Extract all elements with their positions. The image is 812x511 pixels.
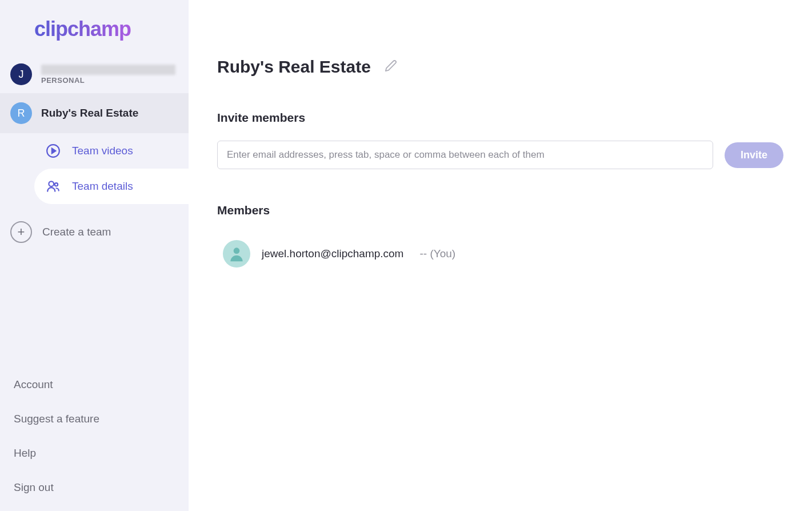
- sidebar-spacer: [0, 253, 189, 378]
- invite-email-input[interactable]: [217, 141, 713, 169]
- brand-logo[interactable]: clipchamp: [34, 17, 189, 41]
- footer-sign-out[interactable]: Sign out: [14, 481, 175, 494]
- play-icon: [46, 143, 61, 158]
- svg-marker-1: [52, 149, 56, 154]
- invite-heading: Invite members: [217, 111, 783, 125]
- svg-point-4: [234, 247, 240, 254]
- member-email: jewel.horton@clipchamp.com: [262, 247, 403, 260]
- svg-point-2: [49, 181, 54, 186]
- member-avatar: [223, 240, 250, 268]
- personal-account-text: PERSONAL: [41, 65, 175, 85]
- nav-team-videos-label: Team videos: [72, 145, 133, 157]
- page-title-row: Ruby's Real Estate: [217, 57, 783, 77]
- footer-suggest[interactable]: Suggest a feature: [14, 413, 175, 425]
- nav-team-details-label: Team details: [72, 180, 133, 193]
- nav-team-details[interactable]: Team details: [34, 169, 189, 204]
- workspace-name: Ruby's Real Estate: [41, 107, 138, 119]
- pencil-icon[interactable]: [385, 59, 397, 74]
- nav-team-videos[interactable]: Team videos: [0, 133, 189, 169]
- plus-icon: +: [10, 221, 32, 243]
- member-row: jewel.horton@clipchamp.com -- (You): [217, 233, 783, 274]
- footer-links: Account Suggest a feature Help Sign out: [0, 378, 189, 511]
- footer-help[interactable]: Help: [14, 447, 175, 460]
- people-icon: [46, 179, 61, 194]
- create-team-button[interactable]: + Create a team: [0, 204, 189, 253]
- workspace-avatar: R: [10, 102, 32, 124]
- personal-label: PERSONAL: [41, 76, 175, 85]
- footer-account[interactable]: Account: [14, 378, 175, 391]
- logo-area: clipchamp: [0, 11, 189, 55]
- invite-button[interactable]: Invite: [725, 142, 783, 168]
- member-you-label: -- (You): [419, 247, 455, 260]
- workspace-item[interactable]: R Ruby's Real Estate: [0, 93, 189, 133]
- sidebar: clipchamp J PERSONAL R Ruby's Real Estat…: [0, 0, 189, 511]
- page-title: Ruby's Real Estate: [217, 57, 371, 77]
- svg-point-3: [55, 183, 58, 186]
- main-content: Ruby's Real Estate Invite members Invite…: [189, 0, 812, 511]
- create-team-label: Create a team: [42, 226, 111, 238]
- personal-email-redacted: [41, 65, 175, 75]
- invite-row: Invite: [217, 141, 783, 169]
- members-heading: Members: [217, 203, 783, 217]
- personal-account-item[interactable]: J PERSONAL: [0, 55, 189, 93]
- personal-avatar: J: [10, 63, 32, 85]
